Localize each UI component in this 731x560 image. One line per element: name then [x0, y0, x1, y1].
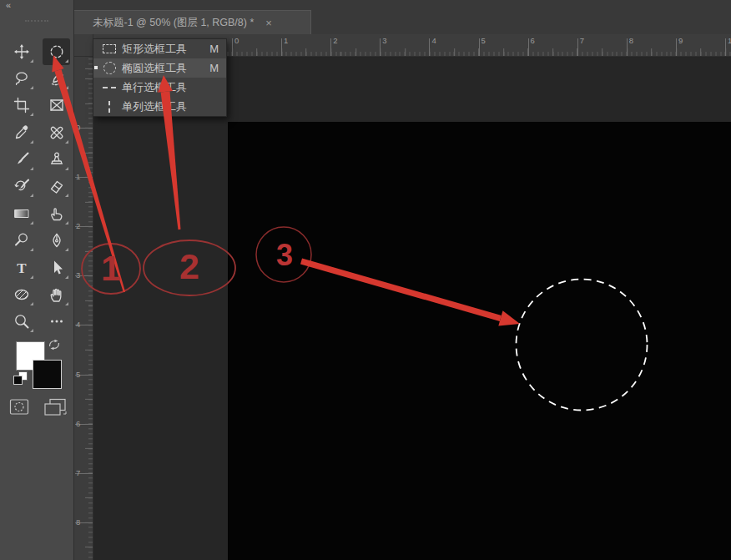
swap-colors-button[interactable]: [48, 338, 61, 351]
menu-item-label: 单行选框工具: [122, 80, 187, 95]
history-brush-icon: [13, 177, 31, 195]
edit-toolbar-button[interactable]: [43, 308, 70, 335]
brush-icon: [13, 150, 31, 169]
h-ruler-number: 2: [333, 36, 337, 45]
healing-brush-tool[interactable]: [43, 119, 70, 146]
vertical-ruler[interactable]: 012345678: [73, 57, 93, 560]
v-ruler-number: 3: [76, 270, 80, 280]
h-ruler-major-tick: [528, 38, 529, 56]
h-ruler-major-tick: [676, 38, 677, 56]
ellipse-shape-tool[interactable]: [8, 281, 35, 308]
v-ruler-number: 7: [76, 468, 80, 477]
h-ruler-number: 3: [382, 36, 386, 45]
current-tool-marker: [94, 66, 98, 69]
eyedropper-icon: [13, 124, 31, 142]
toolbar-collapse-icon[interactable]: «: [6, 1, 11, 10]
smudge-tool[interactable]: [43, 200, 70, 227]
h-ruler-number: 8: [629, 36, 633, 45]
history-brush-tool[interactable]: [8, 173, 35, 199]
svg-text:T: T: [17, 260, 27, 276]
v-ruler-number: 0: [76, 123, 80, 132]
v-ruler-number: 5: [76, 370, 80, 379]
ellipse-shape-icon: [13, 285, 31, 304]
crop-tool[interactable]: [8, 92, 35, 119]
h-ruler-major-tick: [577, 38, 578, 56]
h-ruler-number: 0: [234, 36, 239, 45]
crop-icon: [13, 96, 31, 114]
ellipsis-icon: [48, 312, 66, 330]
h-ruler-number: 9: [678, 36, 683, 45]
lasso-tool[interactable]: [8, 65, 35, 92]
h-ruler-major-tick: [725, 38, 726, 56]
pen-icon: [48, 231, 66, 250]
frame-icon: [48, 96, 66, 114]
default-foreground-swatch: [13, 376, 23, 385]
h-ruler-number: 4: [431, 36, 436, 45]
clone-stamp-icon: [48, 150, 66, 169]
v-mid-ticks: [85, 57, 93, 560]
quick-mask-button[interactable]: [9, 398, 29, 416]
document-tab[interactable]: 未标题-1 @ 50% (图层 1, RGB/8) * ×: [73, 10, 311, 34]
elliptical-marquee-tool[interactable]: [43, 38, 70, 65]
move-tool[interactable]: [8, 38, 35, 65]
hand-icon: [48, 285, 66, 304]
eyedropper-tool[interactable]: [8, 119, 35, 146]
rectangular-marquee-icon: [100, 42, 118, 57]
elliptical-selection: [511, 274, 653, 416]
h-ruler-major-tick: [627, 38, 628, 56]
h-ruler-number: 10: [728, 36, 731, 45]
h-ruler-number: 5: [481, 36, 486, 45]
frame-tool[interactable]: [43, 92, 70, 119]
dodge-tool[interactable]: [8, 227, 35, 254]
menu-item-single-row-marquee[interactable]: 单行选框工具: [93, 78, 226, 97]
v-ruler-number: 8: [76, 517, 80, 527]
eraser-icon: [48, 177, 66, 195]
h-ruler-number: 6: [531, 36, 535, 45]
marquee-tool-flyout-menu: 矩形选框工具 M 椭圆选框工具 M 单行选框工具 单列选框工具: [93, 38, 227, 117]
h-ruler-number: 1: [284, 36, 288, 45]
lasso-icon: [13, 69, 31, 88]
menu-item-label: 椭圆选框工具: [122, 61, 187, 76]
ruler-origin-corner[interactable]: [73, 34, 93, 57]
v-ruler-number: 6: [76, 419, 80, 428]
h-ruler-major-tick: [281, 38, 282, 56]
screen-mode-button[interactable]: [43, 398, 68, 416]
document-title: 未标题-1 @ 50% (图层 1, RGB/8) *: [74, 16, 254, 30]
document-canvas[interactable]: [228, 122, 731, 560]
menu-item-shortcut: M: [209, 43, 219, 55]
v-ruler-number: 1: [76, 172, 80, 181]
gradient-icon: [13, 204, 31, 223]
toolbar-grip[interactable]: [25, 20, 48, 22]
clone-stamp-tool[interactable]: [43, 146, 70, 173]
tools-panel: «: [0, 0, 74, 560]
quick-selection-tool[interactable]: [43, 65, 70, 92]
pen-tool[interactable]: [43, 227, 70, 254]
menu-item-label: 矩形选框工具: [122, 42, 187, 57]
brush-tool[interactable]: [8, 146, 35, 173]
background-color-swatch[interactable]: [33, 360, 62, 389]
single-column-marquee-icon: [100, 99, 118, 114]
v-ruler-number: 4: [76, 320, 80, 329]
menu-item-rectangular-marquee[interactable]: 矩形选框工具 M: [93, 39, 226, 58]
h-ruler-major-tick: [232, 38, 233, 56]
tab-close-icon[interactable]: ×: [265, 17, 272, 29]
elliptical-marquee-icon: [100, 61, 118, 76]
menu-item-single-column-marquee[interactable]: 单列选框工具: [93, 97, 226, 116]
gradient-tool[interactable]: [8, 200, 35, 227]
menu-item-shortcut: M: [209, 62, 219, 74]
type-tool[interactable]: T: [8, 255, 35, 281]
menu-item-elliptical-marquee[interactable]: 椭圆选框工具 M: [93, 58, 226, 78]
menu-item-label: 单列选框工具: [122, 99, 187, 114]
h-ruler-major-tick: [479, 38, 480, 56]
hand-tool[interactable]: [43, 281, 70, 308]
h-ruler-number: 7: [580, 36, 584, 45]
h-ruler-major-tick: [429, 38, 430, 56]
default-colors-button[interactable]: [12, 371, 28, 386]
path-selection-icon: [48, 259, 66, 277]
eraser-tool[interactable]: [43, 173, 70, 199]
path-selection-tool[interactable]: [43, 255, 70, 281]
h-ruler-major-tick: [380, 38, 381, 56]
document-tab-bar: 未标题-1 @ 50% (图层 1, RGB/8) * ×: [73, 0, 731, 34]
zoom-tool[interactable]: [8, 308, 35, 335]
dodge-icon: [13, 231, 31, 250]
